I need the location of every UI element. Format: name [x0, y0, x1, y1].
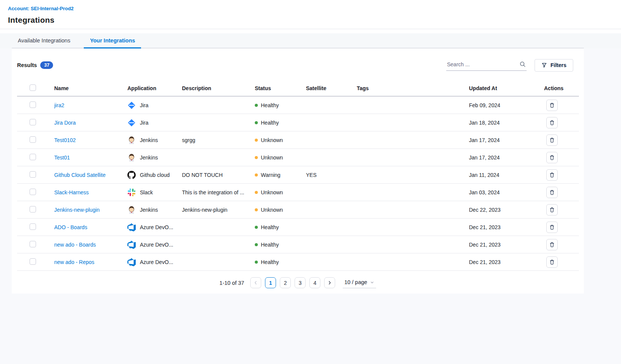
- github-icon: [127, 171, 136, 179]
- integration-name-link[interactable]: Slack-Harness: [54, 189, 89, 195]
- status-dot: [255, 208, 258, 211]
- toolbar: Results 37 Filters: [12, 48, 584, 71]
- row-checkbox[interactable]: [30, 102, 36, 108]
- row-checkbox[interactable]: [30, 206, 36, 212]
- delete-button[interactable]: [546, 256, 558, 268]
- column-header-actions: Actions: [544, 85, 579, 91]
- select-all-checkbox[interactable]: [30, 84, 36, 91]
- trash-icon: [549, 120, 555, 126]
- table-row: Jenkins-new-plugin Jenkins Jenkins-new-p…: [17, 201, 579, 219]
- column-header-status: Status: [255, 85, 306, 91]
- row-checkbox[interactable]: [30, 258, 36, 265]
- search-field: [446, 59, 527, 71]
- row-checkbox[interactable]: [30, 241, 36, 247]
- slack-icon: [127, 188, 136, 197]
- updated-at-cell: Jan 11, 2024: [469, 172, 544, 178]
- column-header-tags: Tags: [357, 85, 469, 91]
- updated-at-cell: Dec 21, 2023: [469, 242, 544, 248]
- page-header: Account: SEI-Internal-Prod2 Integrations: [0, 0, 621, 29]
- results-count-badge: 37: [40, 61, 53, 69]
- tab-available-integrations[interactable]: Available Integrations: [12, 33, 76, 48]
- updated-at-cell: Jan 03, 2024: [469, 189, 544, 195]
- integrations-table: Name Application Description Status Sate…: [17, 81, 579, 271]
- table-row: new ado - Repos Azure DevO... Healthy De…: [17, 253, 579, 271]
- jenkins-icon: [127, 206, 136, 214]
- azure-devops-icon: [127, 241, 136, 249]
- delete-button[interactable]: [546, 187, 558, 198]
- tab-bar: Available Integrations Your Integrations: [0, 33, 621, 48]
- status-label: Healthy: [261, 259, 279, 265]
- satellite-cell: YES: [306, 172, 357, 178]
- row-checkbox[interactable]: [30, 119, 36, 125]
- page-size-select[interactable]: 10 / page: [343, 277, 376, 288]
- row-checkbox[interactable]: [30, 223, 36, 230]
- integration-name-link[interactable]: Jenkins-new-plugin: [54, 207, 100, 213]
- status-label: Healthy: [261, 102, 279, 108]
- delete-button[interactable]: [546, 204, 558, 216]
- application-label: Jira: [140, 102, 149, 108]
- row-checkbox[interactable]: [30, 136, 36, 143]
- chevron-down-icon: [370, 280, 375, 285]
- tab-your-integrations[interactable]: Your Integrations: [84, 33, 141, 48]
- integrations-panel: Results 37 Filters Name Application Desc…: [12, 48, 584, 294]
- delete-button[interactable]: [546, 152, 558, 163]
- column-header-application: Application: [127, 85, 182, 91]
- delete-button[interactable]: [546, 134, 558, 146]
- column-header-description: Description: [182, 85, 255, 91]
- column-header-satellite: Satellite: [306, 85, 357, 91]
- row-checkbox[interactable]: [30, 189, 36, 195]
- application-label: Azure DevO...: [140, 242, 173, 248]
- updated-at-cell: Jan 17, 2024: [469, 155, 544, 161]
- integration-name-link[interactable]: ADO - Boards: [54, 224, 87, 230]
- pagination-prev-button[interactable]: [250, 277, 261, 288]
- delete-button[interactable]: [546, 100, 558, 111]
- delete-button[interactable]: [546, 239, 558, 250]
- integration-name-link[interactable]: new ado - Boards: [54, 242, 96, 248]
- integration-name-link[interactable]: Jira Dora: [54, 120, 76, 126]
- description-cell: sgrgg: [182, 137, 255, 143]
- delete-button[interactable]: [546, 222, 558, 233]
- delete-button[interactable]: [546, 117, 558, 128]
- status-dot: [255, 226, 258, 229]
- pagination-page-2-button[interactable]: 2: [280, 277, 291, 288]
- jira-icon: [127, 119, 136, 127]
- search-input[interactable]: [446, 61, 514, 69]
- application-label: Azure DevO...: [140, 259, 173, 265]
- trash-icon: [549, 155, 555, 161]
- pagination-page-1-button[interactable]: 1: [265, 277, 276, 288]
- integration-name-link[interactable]: Test01: [54, 155, 70, 161]
- status-dot: [255, 104, 258, 107]
- integration-name-link[interactable]: jira2: [54, 102, 64, 108]
- pagination: 1-10 of 37 1 2 3 4 10 / page: [12, 277, 584, 288]
- delete-button[interactable]: [546, 169, 558, 181]
- pagination-page-3-button[interactable]: 3: [295, 277, 306, 288]
- table-row: Github Cloud Satellite Github cloud DO N…: [17, 166, 579, 184]
- trash-icon: [549, 259, 555, 265]
- row-checkbox[interactable]: [30, 154, 36, 160]
- pagination-page-4-button[interactable]: 4: [309, 277, 320, 288]
- account-breadcrumb-link[interactable]: Account: SEI-Internal-Prod2: [8, 6, 74, 11]
- page-size-label: 10 / page: [344, 279, 367, 285]
- header-gap: [0, 29, 621, 33]
- integration-name-link[interactable]: Test0102: [54, 137, 76, 143]
- table-row: jira2 Jira Healthy Feb 09, 2024: [17, 97, 579, 114]
- table-row: new ado - Boards Azure DevO... Healthy D…: [17, 236, 579, 253]
- status-dot: [255, 156, 258, 159]
- status-label: Healthy: [261, 224, 279, 230]
- pagination-next-button[interactable]: [324, 277, 335, 288]
- integration-name-link[interactable]: Github Cloud Satellite: [54, 172, 105, 178]
- trash-icon: [549, 189, 555, 195]
- trash-icon: [549, 172, 555, 178]
- integration-name-link[interactable]: new ado - Repos: [54, 259, 94, 265]
- filters-button[interactable]: Filters: [535, 59, 573, 72]
- page-title: Integrations: [8, 16, 621, 25]
- status-dot: [255, 121, 258, 124]
- chevron-right-icon: [327, 280, 332, 286]
- status-label: Healthy: [261, 120, 279, 126]
- table-row: Test01 Jenkins Unknown Jan 17, 2024: [17, 149, 579, 166]
- table-row: ADO - Boards Azure DevO... Healthy Dec 2…: [17, 219, 579, 236]
- column-header-name: Name: [54, 85, 127, 91]
- results-label: Results: [17, 62, 37, 68]
- row-checkbox[interactable]: [30, 171, 36, 178]
- table-row: Jira Dora Jira Healthy Jan 18, 2024: [17, 114, 579, 131]
